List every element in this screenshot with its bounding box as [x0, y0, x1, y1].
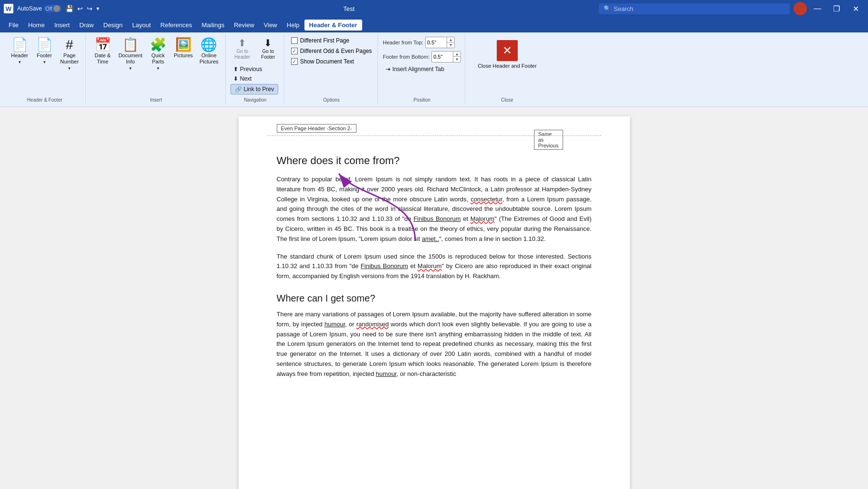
word-logo: W — [4, 4, 13, 13]
next-button[interactable]: ⬇ Next — [230, 74, 278, 83]
restore-button[interactable]: ❐ — [828, 2, 845, 15]
customize-icon[interactable]: ▾ — [96, 5, 99, 12]
next-label: Next — [240, 75, 252, 82]
page-number-icon: # — [66, 38, 73, 52]
quick-parts-icon: 🧩 — [150, 38, 167, 52]
footer-icon: 📄 — [36, 38, 53, 52]
ribbon-group-position: Header from Top: ▲ ▼ Footer from Bottom: — [379, 34, 465, 104]
avatar — [794, 2, 807, 15]
menu-help[interactable]: Help — [282, 20, 304, 31]
menu-mailings[interactable]: Mailings — [197, 20, 230, 31]
page-number-button[interactable]: # PageNumber ▾ — [57, 36, 82, 73]
link-to-previous-button[interactable]: 🔗 Link to Prev — [230, 84, 278, 94]
menu-view[interactable]: View — [259, 20, 282, 31]
header-top-spinners: ▲ ▼ — [447, 37, 454, 48]
redo-icon[interactable]: ↪ — [87, 5, 93, 12]
pictures-button[interactable]: 🖼️ Pictures — [171, 36, 196, 61]
header-footer-items: 📄 Header ▾ 📄 Footer ▾ # PageNumber ▾ — [8, 36, 82, 94]
malorum-1: Malorum — [471, 215, 495, 222]
menu-references[interactable]: References — [156, 20, 197, 31]
search-input[interactable] — [614, 5, 785, 12]
menu-design[interactable]: Design — [99, 20, 127, 31]
next-icon: ⬇ — [233, 75, 238, 82]
date-time-button[interactable]: 📅 Date &Time — [91, 36, 115, 67]
undo-icon[interactable]: ↩ — [77, 5, 83, 12]
footer-from-bottom-input[interactable]: ▲ ▼ — [431, 51, 461, 62]
footer-bottom-increment[interactable]: ▲ — [453, 52, 460, 57]
footer-button[interactable]: 📄 Footer ▾ — [32, 36, 56, 66]
menu-file[interactable]: File — [4, 20, 23, 31]
pictures-icon: 🖼️ — [175, 38, 192, 52]
titlebar-right: — ❐ ✕ — [794, 2, 864, 15]
autosave-toggle[interactable]: Off — [44, 5, 61, 12]
document-page: Even Page Header -Section 2- Same as Pre… — [239, 116, 630, 489]
online-pictures-label: OnlinePictures — [199, 52, 219, 65]
ribbon-group-header-footer: 📄 Header ▾ 📄 Footer ▾ # PageNumber ▾ Hea… — [4, 34, 86, 104]
document-info-button[interactable]: 📋 DocumentInfo ▾ — [115, 36, 145, 73]
quick-parts-label: QuickParts — [151, 52, 165, 65]
show-document-text-checkbox[interactable] — [291, 58, 298, 65]
header-from-top-input[interactable]: ▲ ▼ — [425, 37, 455, 48]
previous-button[interactable]: ⬆ Previous — [230, 65, 278, 73]
navigation-items: ⬆ Go toHeader ⬇ Go toFooter ⬆ Previous ⬇ — [230, 36, 280, 94]
goto-header-icon: ⬆ — [238, 38, 246, 48]
document-info-label: DocumentInfo — [118, 52, 142, 65]
show-document-text-label: Show Document Text — [300, 58, 354, 65]
header-top-decrement[interactable]: ▼ — [447, 42, 454, 48]
close-button[interactable]: ✕ — [847, 2, 864, 15]
menu-layout[interactable]: Layout — [127, 20, 156, 31]
document-title: Test — [103, 5, 595, 12]
goto-footer-label: Go toFooter — [261, 49, 275, 60]
toggle-knob — [53, 5, 60, 12]
insert-group-label: Insert — [150, 95, 162, 103]
page-number-dropdown-icon: ▾ — [68, 66, 71, 71]
randomised-word: randomised — [356, 321, 389, 328]
save-icon[interactable]: 💾 — [65, 5, 73, 12]
menu-header-footer[interactable]: Header & Footer — [304, 20, 362, 31]
insert-alignment-tab-button[interactable]: ⇥ Insert Alignment Tab — [383, 65, 447, 73]
alignment-tab-icon: ⇥ — [386, 66, 390, 73]
footer-from-bottom: Footer from Bottom: ▲ ▼ — [383, 51, 461, 63]
close-header-footer-label: Close Header and Footer — [478, 63, 537, 69]
goto-footer-button[interactable]: ⬇ Go toFooter — [256, 36, 280, 62]
finibus-bonorum-2: Finibus Bonorum — [361, 262, 408, 270]
online-pictures-button[interactable]: 🌐 OnlinePictures — [197, 36, 221, 67]
show-document-text-option[interactable]: Show Document Text — [289, 57, 356, 66]
header-button[interactable]: 📄 Header ▾ — [8, 36, 31, 66]
different-odd-even-option[interactable]: Different Odd & Even Pages — [289, 47, 374, 55]
menu-insert[interactable]: Insert — [50, 20, 75, 31]
different-first-page-label: Different First Page — [300, 37, 349, 44]
position-group-label: Position — [413, 95, 430, 103]
header-from-top-label: Header from Top: — [383, 40, 423, 45]
header-from-top-value[interactable] — [426, 39, 447, 46]
ribbon-group-navigation: ⬆ Go toHeader ⬇ Go toFooter ⬆ Previous ⬇ — [227, 34, 284, 104]
header-tag-text: Even Page Header -Section 2- — [277, 124, 356, 133]
different-first-page-checkbox[interactable] — [291, 37, 298, 44]
goto-header-button[interactable]: ⬆ Go toHeader — [230, 36, 254, 62]
different-first-page-option[interactable]: Different First Page — [289, 36, 351, 45]
insert-items: 📅 Date &Time 📋 DocumentInfo ▾ 🧩 QuickPar… — [91, 36, 221, 94]
quick-parts-button[interactable]: 🧩 QuickParts ▾ — [146, 36, 170, 73]
different-odd-even-checkbox[interactable] — [291, 48, 298, 54]
minimize-button[interactable]: — — [809, 2, 826, 15]
insert-alignment-tab-label: Insert Alignment Tab — [392, 66, 444, 73]
header-from-top: Header from Top: ▲ ▼ — [383, 36, 455, 49]
menu-home[interactable]: Home — [23, 20, 50, 31]
quick-access-toolbar: 💾 ↩ ↪ ▾ — [65, 5, 99, 12]
options-items: Different First Page Different Odd & Eve… — [289, 36, 374, 94]
footer-from-bottom-value[interactable] — [432, 53, 453, 60]
consectetur-word: consectetur — [471, 196, 502, 203]
footer-bottom-decrement[interactable]: ▼ — [453, 57, 460, 62]
same-as-prev-text: Same as Previous — [534, 130, 563, 150]
close-header-footer-button[interactable]: ✕ Close Header and Footer — [470, 36, 544, 73]
menu-draw[interactable]: Draw — [74, 20, 98, 31]
different-odd-even-label: Different Odd & Even Pages — [300, 48, 372, 54]
search-box[interactable]: 🔍 — [599, 3, 790, 14]
footer-from-bottom-label: Footer from Bottom: — [383, 54, 429, 60]
link-icon: 🔗 — [235, 86, 242, 93]
footer-label: Footer — [37, 52, 52, 59]
amet-word: amet.. — [422, 235, 439, 242]
menu-review[interactable]: Review — [229, 20, 259, 31]
header-top-increment[interactable]: ▲ — [447, 37, 454, 42]
humour-1: humour — [324, 321, 345, 328]
